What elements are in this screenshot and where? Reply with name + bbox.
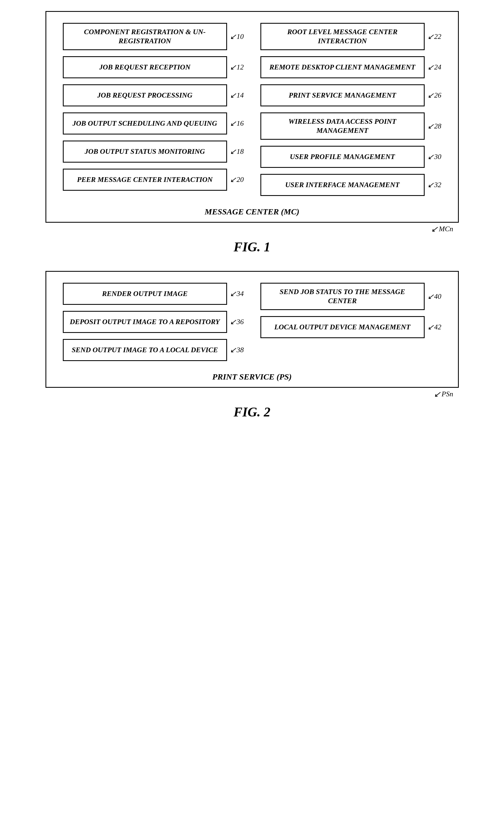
list-item: JOB OUTPUT STATUS MONITORING ↙ 18 [63, 141, 244, 163]
ref-12: ↙ 12 [230, 63, 244, 71]
fig1-right-col: ROOT LEVEL MESSAGE CENTER INTERACTION ↙ … [260, 23, 442, 196]
box-user-interface-management: USER INTERFACE MANAGEMENT [260, 174, 425, 196]
box-wireless-data-access: WIRELESS DATA ACCESS POINT MANAGEMENT [260, 112, 425, 140]
list-item: REMOTE DESKTOP CLIENT MANAGEMENT ↙ 24 [260, 56, 442, 78]
box-send-job-status: SEND JOB STATUS TO THE MESSAGE CENTER [260, 283, 425, 310]
ref-36: ↙ 36 [230, 318, 244, 326]
box-render-output-image: RENDER OUTPUT IMAGE [63, 283, 227, 305]
list-item: DEPOSIT OUTPUT IMAGE TO A REPOSITORY ↙ 3… [63, 311, 244, 333]
ref-30: ↙ 30 [427, 153, 442, 161]
box-job-request-reception: JOB REQUEST RECEPTION [63, 56, 227, 78]
ref-28: ↙ 28 [427, 122, 442, 130]
box-root-level-message: ROOT LEVEL MESSAGE CENTER INTERACTION [260, 23, 425, 50]
fig2-left-col: RENDER OUTPUT IMAGE ↙ 34 DEPOSIT OUTPUT … [63, 283, 244, 361]
box-remote-desktop-client: REMOTE DESKTOP CLIENT MANAGEMENT [260, 56, 425, 78]
list-item: COMPONENT REGISTRATION & UN-REGISTRATION… [63, 23, 244, 50]
box-peer-message-center: PEER MESSAGE CENTER INTERACTION [63, 169, 227, 191]
ref-26: ↙ 26 [427, 91, 442, 100]
box-job-output-status: JOB OUTPUT STATUS MONITORING [63, 141, 227, 163]
fig1-label: FIG. 1 [234, 239, 270, 254]
ref-32: ↙ 32 [427, 181, 442, 189]
fig1-diagram: COMPONENT REGISTRATION & UN-REGISTRATION… [46, 11, 459, 223]
list-item: RENDER OUTPUT IMAGE ↙ 34 [63, 283, 244, 305]
list-item: USER PROFILE MANAGEMENT ↙ 30 [260, 146, 442, 168]
box-job-output-scheduling: JOB OUTPUT SCHEDULING AND QUEUING [63, 112, 227, 135]
list-item: PRINT SERVICE MANAGEMENT ↙ 26 [260, 84, 442, 106]
list-item: SEND JOB STATUS TO THE MESSAGE CENTER ↙ … [260, 283, 442, 310]
list-item: LOCAL OUTPUT DEVICE MANAGEMENT ↙ 42 [260, 316, 442, 338]
list-item: SEND OUTPUT IMAGE TO A LOCAL DEVICE ↙ 38 [63, 339, 244, 361]
list-item: JOB REQUEST RECEPTION ↙ 12 [63, 56, 244, 78]
list-item: USER INTERFACE MANAGEMENT ↙ 32 [260, 174, 442, 196]
box-job-request-processing: JOB REQUEST PROCESSING [63, 84, 227, 106]
ref-40: ↙ 40 [427, 292, 442, 301]
fig2-footer: PRINT SERVICE (PS) [57, 369, 447, 381]
fig1-left-col: COMPONENT REGISTRATION & UN-REGISTRATION… [63, 23, 244, 196]
fig2-diagram: RENDER OUTPUT IMAGE ↙ 34 DEPOSIT OUTPUT … [46, 271, 459, 388]
ref-20: ↙ 20 [230, 176, 244, 184]
box-print-service-management: PRINT SERVICE MANAGEMENT [260, 84, 425, 106]
list-item: WIRELESS DATA ACCESS POINT MANAGEMENT ↙ … [260, 112, 442, 140]
box-send-output-image-local: SEND OUTPUT IMAGE TO A LOCAL DEVICE [63, 339, 227, 361]
fig2-label: FIG. 2 [234, 404, 270, 420]
fig1-corner-label: ↙ MCn [431, 224, 453, 234]
list-item: JOB REQUEST PROCESSING ↙ 14 [63, 84, 244, 106]
ref-14: ↙ 14 [230, 91, 244, 100]
ref-22: ↙ 22 [427, 33, 442, 41]
fig1-corner-area: ↙ MCn [46, 223, 459, 236]
box-local-output-device: LOCAL OUTPUT DEVICE MANAGEMENT [260, 316, 425, 338]
list-item: PEER MESSAGE CENTER INTERACTION ↙ 20 [63, 169, 244, 191]
fig2-corner-label: ↙ PSn [434, 389, 453, 399]
ref-34: ↙ 34 [230, 290, 244, 298]
ref-42: ↙ 42 [427, 323, 442, 331]
ref-24: ↙ 24 [427, 63, 442, 71]
box-component-registration: COMPONENT REGISTRATION & UN-REGISTRATION [63, 23, 227, 50]
box-user-profile-management: USER PROFILE MANAGEMENT [260, 146, 425, 168]
ref-18: ↙ 18 [230, 147, 244, 156]
list-item: JOB OUTPUT SCHEDULING AND QUEUING ↙ 16 [63, 112, 244, 135]
ref-38: ↙ 38 [230, 346, 244, 354]
list-item: ROOT LEVEL MESSAGE CENTER INTERACTION ↙ … [260, 23, 442, 50]
fig2-corner-area: ↙ PSn [46, 388, 459, 402]
ref-16: ↙ 16 [230, 119, 244, 128]
fig2-right-col: SEND JOB STATUS TO THE MESSAGE CENTER ↙ … [260, 283, 442, 361]
box-deposit-output-image: DEPOSIT OUTPUT IMAGE TO A REPOSITORY [63, 311, 227, 333]
fig1-footer: MESSAGE CENTER (MC) [57, 204, 447, 216]
ref-10: ↙ 10 [230, 33, 244, 41]
